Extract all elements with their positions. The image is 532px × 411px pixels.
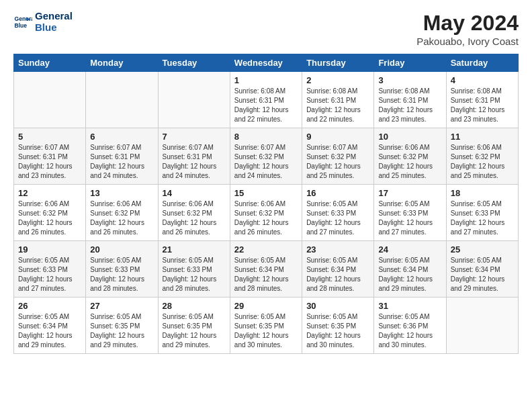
calendar-cell: 30Sunrise: 6:05 AM Sunset: 6:35 PM Dayli… [302, 298, 374, 354]
calendar-table: SundayMondayTuesdayWednesdayThursdayFrid… [13, 54, 519, 354]
day-number: 31 [378, 301, 441, 311]
day-number: 27 [90, 301, 153, 311]
day-header-saturday: Saturday [446, 54, 518, 72]
day-info: Sunrise: 6:05 AM Sunset: 6:34 PM Dayligh… [234, 256, 298, 293]
calendar-cell: 16Sunrise: 6:05 AM Sunset: 6:33 PM Dayli… [302, 185, 374, 241]
calendar-cell: 8Sunrise: 6:07 AM Sunset: 6:32 PM Daylig… [230, 128, 302, 185]
day-info: Sunrise: 6:05 AM Sunset: 6:34 PM Dayligh… [306, 256, 369, 293]
calendar-cell: 1Sunrise: 6:08 AM Sunset: 6:31 PM Daylig… [230, 72, 302, 128]
day-info: Sunrise: 6:05 AM Sunset: 6:33 PM Dayligh… [90, 256, 153, 293]
calendar-cell: 11Sunrise: 6:06 AM Sunset: 6:32 PM Dayli… [446, 128, 518, 185]
calendar-cell: 9Sunrise: 6:07 AM Sunset: 6:32 PM Daylig… [302, 128, 374, 185]
day-number: 21 [163, 244, 226, 255]
day-number: 10 [378, 132, 441, 142]
day-info: Sunrise: 6:08 AM Sunset: 6:31 PM Dayligh… [451, 87, 514, 124]
calendar-cell: 28Sunrise: 6:05 AM Sunset: 6:35 PM Dayli… [158, 298, 230, 354]
svg-text:Blue: Blue [15, 21, 28, 28]
day-info: Sunrise: 6:08 AM Sunset: 6:31 PM Dayligh… [306, 87, 369, 124]
day-info: Sunrise: 6:06 AM Sunset: 6:32 PM Dayligh… [378, 143, 441, 181]
day-info: Sunrise: 6:05 AM Sunset: 6:33 PM Dayligh… [163, 256, 226, 293]
calendar-cell: 20Sunrise: 6:05 AM Sunset: 6:33 PM Dayli… [86, 241, 158, 298]
day-number: 12 [18, 188, 81, 198]
logo-line2: Blue [35, 22, 73, 34]
calendar-cell: 13Sunrise: 6:06 AM Sunset: 6:32 PM Dayli… [86, 185, 158, 241]
calendar-cell [446, 298, 518, 354]
day-number: 4 [451, 75, 514, 85]
calendar-cell: 17Sunrise: 6:05 AM Sunset: 6:33 PM Dayli… [374, 185, 446, 241]
day-number: 9 [306, 132, 369, 142]
day-info: Sunrise: 6:06 AM Sunset: 6:32 PM Dayligh… [163, 199, 226, 237]
day-info: Sunrise: 6:05 AM Sunset: 6:35 PM Dayligh… [234, 312, 298, 350]
day-number: 16 [306, 188, 369, 198]
calendar-cell: 3Sunrise: 6:08 AM Sunset: 6:31 PM Daylig… [374, 72, 446, 128]
day-number: 23 [306, 244, 369, 255]
day-number: 14 [163, 188, 226, 198]
day-number: 8 [234, 132, 298, 142]
calendar-week-3: 12Sunrise: 6:06 AM Sunset: 6:32 PM Dayli… [14, 185, 519, 241]
day-info: Sunrise: 6:08 AM Sunset: 6:31 PM Dayligh… [234, 87, 298, 124]
day-info: Sunrise: 6:07 AM Sunset: 6:31 PM Dayligh… [163, 143, 226, 181]
day-info: Sunrise: 6:05 AM Sunset: 6:36 PM Dayligh… [378, 312, 441, 350]
page: General Blue General Blue May 2024 Pakou… [0, 0, 532, 411]
calendar-cell: 23Sunrise: 6:05 AM Sunset: 6:34 PM Dayli… [302, 241, 374, 298]
day-header-sunday: Sunday [14, 54, 86, 72]
day-info: Sunrise: 6:05 AM Sunset: 6:33 PM Dayligh… [306, 199, 369, 237]
day-info: Sunrise: 6:05 AM Sunset: 6:34 PM Dayligh… [378, 256, 441, 293]
calendar-cell: 22Sunrise: 6:05 AM Sunset: 6:34 PM Dayli… [230, 241, 302, 298]
calendar-cell: 14Sunrise: 6:06 AM Sunset: 6:32 PM Dayli… [158, 185, 230, 241]
day-header-wednesday: Wednesday [230, 54, 302, 72]
calendar-cell: 10Sunrise: 6:06 AM Sunset: 6:32 PM Dayli… [374, 128, 446, 185]
calendar-cell: 4Sunrise: 6:08 AM Sunset: 6:31 PM Daylig… [446, 72, 518, 128]
calendar-cell: 24Sunrise: 6:05 AM Sunset: 6:34 PM Dayli… [374, 241, 446, 298]
day-info: Sunrise: 6:05 AM Sunset: 6:33 PM Dayligh… [378, 199, 441, 237]
month-title: May 2024 [416, 11, 519, 36]
location-title: Pakouabo, Ivory Coast [416, 36, 519, 47]
day-info: Sunrise: 6:07 AM Sunset: 6:32 PM Dayligh… [306, 143, 369, 181]
calendar-week-2: 5Sunrise: 6:07 AM Sunset: 6:31 PM Daylig… [14, 128, 519, 185]
day-header-tuesday: Tuesday [158, 54, 230, 72]
logo: General Blue General Blue [13, 11, 73, 33]
day-number: 11 [451, 132, 514, 142]
calendar-cell [14, 72, 86, 128]
calendar-cell [158, 72, 230, 128]
calendar-cell [86, 72, 158, 128]
title-block: May 2024 Pakouabo, Ivory Coast [416, 11, 519, 47]
day-number: 7 [163, 132, 226, 142]
calendar-cell: 15Sunrise: 6:06 AM Sunset: 6:32 PM Dayli… [230, 185, 302, 241]
day-info: Sunrise: 6:05 AM Sunset: 6:35 PM Dayligh… [90, 312, 153, 350]
day-info: Sunrise: 6:06 AM Sunset: 6:32 PM Dayligh… [18, 199, 81, 237]
calendar-header-row: SundayMondayTuesdayWednesdayThursdayFrid… [14, 54, 519, 72]
calendar-cell: 12Sunrise: 6:06 AM Sunset: 6:32 PM Dayli… [14, 185, 86, 241]
day-number: 15 [234, 188, 298, 198]
day-number: 29 [234, 301, 298, 311]
day-number: 2 [306, 75, 369, 85]
day-info: Sunrise: 6:05 AM Sunset: 6:33 PM Dayligh… [451, 199, 514, 237]
day-info: Sunrise: 6:05 AM Sunset: 6:33 PM Dayligh… [18, 256, 81, 293]
day-number: 22 [234, 244, 298, 255]
day-number: 25 [451, 244, 514, 255]
day-info: Sunrise: 6:05 AM Sunset: 6:35 PM Dayligh… [163, 312, 226, 350]
day-number: 26 [18, 301, 81, 311]
logo-line1: General [35, 11, 73, 22]
day-info: Sunrise: 6:05 AM Sunset: 6:35 PM Dayligh… [306, 312, 369, 350]
day-info: Sunrise: 6:06 AM Sunset: 6:32 PM Dayligh… [234, 199, 298, 237]
day-number: 3 [378, 75, 441, 85]
calendar-cell: 29Sunrise: 6:05 AM Sunset: 6:35 PM Dayli… [230, 298, 302, 354]
day-header-friday: Friday [374, 54, 446, 72]
day-info: Sunrise: 6:06 AM Sunset: 6:32 PM Dayligh… [90, 199, 153, 237]
calendar-cell: 7Sunrise: 6:07 AM Sunset: 6:31 PM Daylig… [158, 128, 230, 185]
day-number: 17 [378, 188, 441, 198]
calendar-cell: 6Sunrise: 6:07 AM Sunset: 6:31 PM Daylig… [86, 128, 158, 185]
day-info: Sunrise: 6:05 AM Sunset: 6:34 PM Dayligh… [18, 312, 81, 350]
header: General Blue General Blue May 2024 Pakou… [13, 11, 519, 47]
calendar-week-1: 1Sunrise: 6:08 AM Sunset: 6:31 PM Daylig… [14, 72, 519, 128]
day-info: Sunrise: 6:07 AM Sunset: 6:31 PM Dayligh… [90, 143, 153, 181]
calendar-cell: 2Sunrise: 6:08 AM Sunset: 6:31 PM Daylig… [302, 72, 374, 128]
calendar-week-4: 19Sunrise: 6:05 AM Sunset: 6:33 PM Dayli… [14, 241, 519, 298]
day-number: 20 [90, 244, 153, 255]
calendar-week-5: 26Sunrise: 6:05 AM Sunset: 6:34 PM Dayli… [14, 298, 519, 354]
day-number: 5 [18, 132, 81, 142]
calendar-cell: 19Sunrise: 6:05 AM Sunset: 6:33 PM Dayli… [14, 241, 86, 298]
day-info: Sunrise: 6:08 AM Sunset: 6:31 PM Dayligh… [378, 87, 441, 124]
day-number: 24 [378, 244, 441, 255]
